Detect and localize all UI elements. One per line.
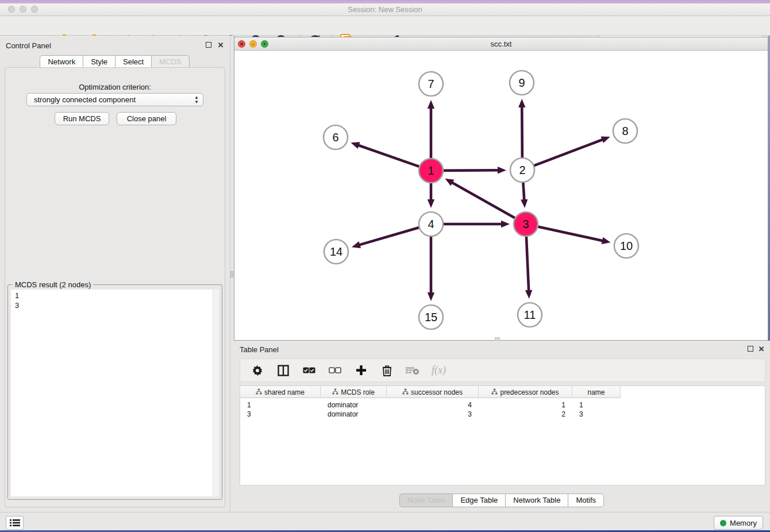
table-cell[interactable]: dominator — [321, 410, 387, 419]
select-all-columns-icon[interactable] — [302, 364, 316, 377]
minimize-network-icon[interactable]: − — [249, 40, 257, 48]
table-panel: Table Panel ✕ f(x) — [234, 341, 770, 512]
edge-3-1[interactable] — [450, 182, 517, 219]
zoom-window-button[interactable] — [31, 6, 38, 13]
tab-motifs[interactable]: Motifs — [568, 494, 604, 507]
memory-label: Memory — [730, 519, 757, 527]
criterion-dropdown[interactable]: strongly connected component ▲▼ — [26, 93, 203, 106]
edge-arrowhead — [501, 221, 510, 228]
memory-status-icon — [720, 520, 726, 526]
edge-arrowhead — [428, 292, 434, 301]
minimize-window-button[interactable] — [20, 6, 26, 13]
table-panel-title: Table Panel — [240, 345, 279, 354]
node-label-7: 7 — [428, 78, 434, 90]
node-label-9: 9 — [518, 76, 525, 89]
column-header-successor-nodes[interactable]: successor nodes — [387, 386, 479, 398]
column-header-label: shared name — [264, 388, 305, 396]
edge-arrowhead — [602, 237, 611, 244]
table-settings-icon[interactable] — [251, 364, 264, 377]
edge-1-6[interactable] — [356, 145, 421, 168]
table-cell[interactable]: 2 — [479, 410, 572, 419]
edge-2-3[interactable] — [523, 180, 524, 202]
column-header-name[interactable]: name — [572, 386, 621, 398]
node-label-1: 1 — [428, 164, 434, 177]
table-cell[interactable]: dominator — [321, 400, 387, 410]
memory-button[interactable]: Memory — [714, 516, 763, 530]
node-label-3: 3 — [522, 218, 529, 230]
edge-3-10[interactable] — [536, 226, 605, 241]
table-cell[interactable]: 3 — [387, 410, 479, 419]
node-label-15: 15 — [425, 311, 437, 323]
tab-node-table[interactable]: Node Table — [399, 494, 453, 507]
edge-arrowhead — [498, 167, 506, 174]
node-label-2: 2 — [519, 164, 525, 176]
run-mcds-button[interactable]: Run MCDS — [55, 112, 109, 125]
mcds-tab-content: Optimization criterion: strongly connect… — [5, 67, 225, 507]
delete-row-icon[interactable] — [380, 364, 394, 377]
vertical-splitter-handle[interactable] — [230, 271, 233, 277]
network-window-titlebar: ✕ − + scc.txt — [234, 37, 768, 51]
result-line: 1 — [15, 291, 219, 300]
edge-1-2[interactable] — [441, 170, 500, 171]
task-history-button[interactable] — [6, 516, 24, 530]
column-header-shared-name[interactable]: shared name — [240, 386, 321, 398]
table-header-row: shared nameMCDS rolesuccessor nodesprede… — [240, 386, 621, 398]
node-table[interactable]: shared nameMCDS rolesuccessor nodesprede… — [240, 385, 765, 485]
table-cell[interactable]: 1 — [572, 400, 621, 410]
control-panel: Control Panel ✕ NetworkStyleSelectMCDS O… — [0, 36, 230, 512]
optimization-criterion-label: Optimization criterion: — [5, 83, 225, 91]
close-table-panel-icon[interactable]: ✕ — [758, 346, 765, 353]
namespace-icon — [491, 388, 498, 396]
network-view-window: ✕ − + scc.txt 7968124314101511 — [234, 37, 768, 341]
edge-2-8[interactable] — [532, 138, 605, 166]
table-cell[interactable]: 1 — [479, 400, 572, 410]
table-cell[interactable]: 4 — [387, 400, 479, 410]
tab-network-table[interactable]: Network Table — [505, 494, 568, 507]
main-titlebar: Session: New Session — [0, 3, 770, 16]
table-cell[interactable]: 1 — [240, 400, 321, 410]
network-canvas[interactable]: 7968124314101511 — [234, 51, 768, 340]
tab-edge-table[interactable]: Edge Table — [452, 494, 506, 507]
column-header-label: predecessor nodes — [500, 388, 559, 396]
column-header-predecessor-nodes[interactable]: predecessor nodes — [479, 386, 572, 398]
node-label-8: 8 — [622, 125, 628, 137]
node-label-6: 6 — [332, 131, 338, 144]
column-header-label: successor nodes — [411, 388, 463, 396]
mcds-result-textarea[interactable]: 13 — [11, 290, 219, 496]
close-network-icon[interactable]: ✕ — [238, 40, 245, 48]
add-row-icon[interactable] — [354, 364, 368, 377]
float-panel-icon[interactable] — [206, 42, 213, 49]
session-title: Session: New Session — [0, 3, 770, 16]
table-cell[interactable]: 3 — [572, 410, 621, 419]
edge-arrowhead — [601, 136, 610, 143]
float-table-panel-icon[interactable] — [748, 346, 754, 353]
namespace-icon — [332, 388, 338, 396]
table-toolbar: f(x) — [240, 358, 765, 382]
maximize-network-icon[interactable]: + — [261, 40, 268, 48]
namespace-icon — [402, 388, 409, 396]
close-panel-button[interactable]: Close panel — [117, 112, 176, 125]
function-builder-icon-disabled: f(x) — [432, 364, 446, 376]
dropdown-stepper-icon: ▲▼ — [194, 95, 199, 105]
delete-table-icon-disabled — [406, 364, 419, 377]
column-header-MCDS-role[interactable]: MCDS role — [321, 386, 387, 398]
clear-all-columns-icon[interactable] — [328, 364, 342, 377]
node-label-14: 14 — [330, 245, 342, 258]
table-cell[interactable]: 3 — [240, 410, 321, 419]
edge-2-9[interactable] — [522, 105, 522, 160]
edge-3-11[interactable] — [526, 234, 529, 293]
column-header-label: MCDS role — [341, 388, 375, 396]
show-columns-icon[interactable] — [276, 364, 290, 377]
close-panel-icon[interactable]: ✕ — [217, 42, 224, 49]
result-scrollbar[interactable] — [213, 290, 219, 496]
network-window-title: scc.txt — [234, 37, 768, 51]
control-panel-title: Control Panel — [6, 41, 51, 50]
edge-arrowhead — [518, 99, 525, 107]
node-label-10: 10 — [620, 240, 633, 252]
status-bar: Memory — [0, 512, 770, 530]
node-label-4: 4 — [428, 218, 434, 230]
edge-4-14[interactable] — [357, 227, 421, 245]
application-window: Session: New Session — [0, 0, 770, 532]
close-window-button[interactable] — [8, 6, 15, 13]
node-label-11: 11 — [524, 309, 536, 321]
